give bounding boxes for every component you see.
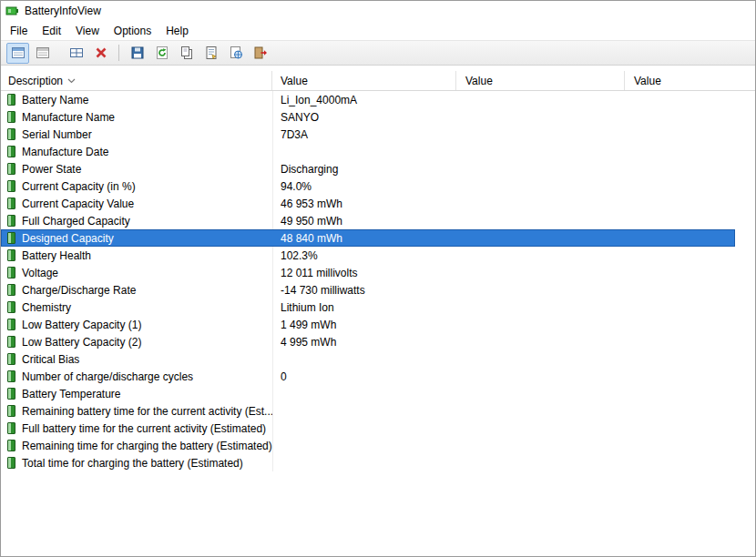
save-button[interactable]	[126, 43, 148, 64]
menu-item-file[interactable]: File	[3, 23, 35, 39]
row-description: Battery Temperature	[22, 388, 121, 400]
table-row[interactable]: Battery NameLi_Ion_4000mA	[1, 91, 735, 108]
battery-icon	[7, 319, 15, 330]
row-value: 102.3%	[272, 249, 456, 262]
list-header: Description Value Value Value	[1, 71, 755, 91]
table-row[interactable]: Current Capacity Value46 953 mWh	[1, 195, 735, 212]
battery-icon	[7, 146, 15, 157]
battery-info-view-icon	[11, 46, 26, 60]
row-description: Total time for charging the battery (Est…	[22, 457, 243, 470]
table-row[interactable]: Full Charged Capacity49 950 mWh	[1, 212, 735, 229]
table-row[interactable]: Power StateDischarging	[1, 160, 735, 177]
table-row[interactable]: Total time for charging the battery (Est…	[1, 454, 735, 471]
table-row[interactable]: Remaining time for charging the battery …	[1, 437, 735, 454]
table-row[interactable]: Low Battery Capacity (1)1 499 mWh	[1, 316, 735, 333]
titlebar[interactable]: BatteryInfoView	[1, 1, 755, 21]
battery-icon	[7, 370, 15, 382]
choose-columns-button[interactable]	[65, 43, 87, 64]
table-row[interactable]: Serial Number7D3A	[1, 126, 735, 143]
battery-icon	[7, 215, 15, 227]
row-description: Low Battery Capacity (1)	[22, 319, 141, 331]
copy-icon	[179, 46, 194, 60]
properties-icon	[204, 46, 219, 60]
row-description: Full Charged Capacity	[22, 215, 130, 228]
toolbar	[1, 40, 755, 66]
row-description: Serial Number	[22, 128, 92, 141]
battery-info-view-button[interactable]	[6, 43, 29, 64]
delete-button[interactable]	[89, 43, 112, 64]
table-row[interactable]: Number of charge/discharge cycles0	[1, 368, 735, 385]
row-description: Battery Health	[22, 249, 91, 262]
row-description: Critical Bias	[22, 353, 79, 366]
column-header-value-2[interactable]: Value	[456, 71, 625, 90]
row-description: Remaining battery time for the current a…	[22, 405, 272, 418]
table-row[interactable]: Designed Capacity48 840 mWh	[1, 229, 735, 247]
row-value: Lithium Ion	[272, 301, 456, 314]
html-report-button[interactable]	[224, 43, 247, 64]
window-title: BatteryInfoView	[25, 5, 101, 17]
battery-icon	[7, 301, 15, 313]
row-description: Current Capacity (in %)	[22, 180, 136, 193]
menu-item-options[interactable]: Options	[107, 23, 158, 39]
save-floppy-icon	[130, 46, 145, 60]
table-row[interactable]: Charge/Discharge Rate-14 730 milliwatts	[1, 281, 735, 299]
table-row[interactable]: Voltage12 011 millivolts	[1, 264, 735, 281]
battery-icon	[7, 336, 15, 348]
table-row[interactable]: Battery Temperature	[1, 385, 735, 402]
exit-button[interactable]	[249, 43, 271, 64]
menu-item-edit[interactable]: Edit	[35, 23, 68, 39]
table-row[interactable]: Remaining battery time for the current a…	[1, 402, 735, 420]
table-row[interactable]: Current Capacity (in %)94.0%	[1, 177, 735, 195]
table-row[interactable]: Full battery time for the current activi…	[1, 420, 735, 437]
column-header-description-label: Description	[8, 75, 63, 87]
battery-icon	[7, 128, 15, 140]
battery-icon	[7, 457, 15, 469]
battery-icon	[7, 163, 15, 175]
table-row[interactable]: Low Battery Capacity (2)4 995 mWh	[1, 333, 735, 350]
row-description: Charge/Discharge Rate	[22, 284, 136, 297]
battery-icon	[7, 353, 15, 365]
menu-item-help[interactable]: Help	[158, 23, 196, 39]
row-value: Li_Ion_4000mA	[272, 94, 456, 106]
row-description: Manufacture Date	[22, 146, 108, 158]
row-description: Voltage	[22, 267, 58, 279]
battery-icon	[7, 249, 15, 261]
choose-columns-icon	[69, 46, 84, 60]
menubar: FileEditViewOptionsHelp	[1, 21, 755, 40]
row-description: Current Capacity Value	[22, 197, 134, 210]
row-description: Power State	[22, 163, 81, 176]
column-header-value-3[interactable]: Value	[625, 71, 755, 90]
battery-info-list: Battery NameLi_Ion_4000mAManufacture Nam…	[1, 91, 756, 471]
row-value: 4 995 mWh	[272, 336, 456, 349]
row-value: 48 840 mWh	[272, 232, 456, 245]
row-value: SANYO	[272, 111, 456, 124]
refresh-button[interactable]	[150, 43, 173, 64]
row-value: Discharging	[272, 163, 456, 176]
row-description: Remaining time for charging the battery …	[22, 440, 272, 452]
table-row[interactable]: Battery Health102.3%	[1, 247, 735, 264]
copy-button[interactable]	[175, 43, 198, 64]
row-value: 12 011 millivolts	[272, 267, 456, 279]
menu-item-view[interactable]: View	[68, 23, 107, 39]
row-description: Manufacture Name	[22, 111, 115, 124]
battery-icon	[7, 180, 15, 192]
row-description: Chemistry	[22, 301, 71, 314]
row-value: 1 499 mWh	[272, 319, 456, 331]
row-description: Designed Capacity	[22, 232, 114, 245]
battery-icon	[7, 388, 15, 400]
table-row[interactable]: Manufacture Date	[1, 143, 735, 160]
row-value: 7D3A	[272, 128, 456, 141]
table-row[interactable]: ChemistryLithium Ion	[1, 299, 735, 316]
battery-icon	[7, 232, 15, 244]
table-row[interactable]: Manufacture NameSANYO	[1, 108, 735, 126]
column-header-description[interactable]: Description	[1, 71, 272, 90]
battery-icon	[7, 94, 15, 106]
table-row[interactable]: Critical Bias	[1, 350, 735, 368]
batteryinfoview-window: BatteryInfoView FileEditViewOptionsHelp	[0, 0, 756, 557]
battery-icon	[7, 284, 15, 296]
battery-log-view-button[interactable]	[31, 43, 54, 64]
properties-button[interactable]	[199, 43, 222, 64]
column-header-value-1[interactable]: Value	[272, 71, 456, 90]
battery-icon	[7, 197, 15, 209]
row-description: Low Battery Capacity (2)	[22, 336, 141, 349]
